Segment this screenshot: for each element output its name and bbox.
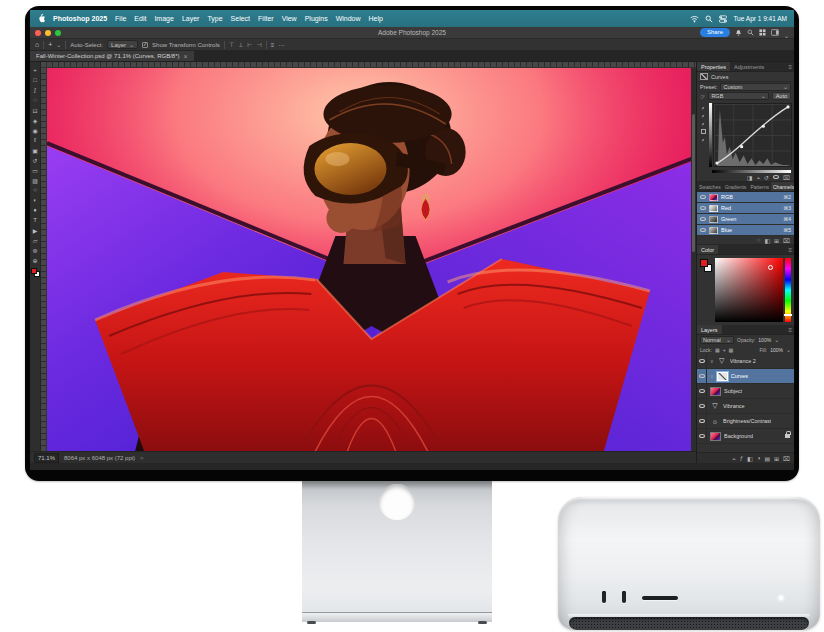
channel-dropdown[interactable]: RGB [708,92,768,100]
hue-cursor[interactable] [784,314,792,316]
spotlight-search-icon[interactable] [705,15,713,23]
eye-icon[interactable] [699,359,705,363]
reset-icon[interactable]: ↺ [764,174,769,181]
edit-points-icon[interactable] [701,129,706,134]
expand-caret-icon[interactable]: ∨ [710,373,714,379]
distribute-icon[interactable]: ≡ [271,42,275,48]
eye-icon[interactable] [699,419,705,423]
canvas-scrollbar[interactable] [691,68,696,451]
gray-point-eyedropper-icon[interactable] [701,113,706,118]
control-center-icon[interactable] [719,15,727,23]
menu-help[interactable]: Help [369,15,383,22]
spot-healing-tool[interactable]: ◉ [31,125,40,135]
panel-menu-icon[interactable]: ≡ [788,64,792,70]
close-document-icon[interactable]: × [183,53,187,60]
menu-window[interactable]: Window [336,15,361,22]
eye-icon[interactable] [699,434,705,438]
move-tool[interactable]: + [31,65,40,75]
tab-gradients[interactable]: Gradients [723,182,749,191]
saturation-square[interactable] [715,258,783,322]
blend-mode-dropdown[interactable]: Normal [700,336,734,344]
minimize-window-button[interactable] [45,30,51,36]
align-top-icon[interactable]: ⊤ [229,41,234,48]
align-left-icon[interactable]: ⊢ [247,41,252,48]
layer-group-icon[interactable]: ▤ [764,455,770,462]
channel-row-rgb[interactable]: RGB ⌘2 [697,192,794,202]
crop-tool[interactable]: ⊡ [31,105,40,115]
canvas[interactable] [47,68,696,451]
pen-tool[interactable]: ♦ [31,205,40,215]
gradient-tool[interactable]: ▨ [31,175,40,185]
layer-row-vibrance2[interactable]: ∨ ▽ Vibrance 2 [697,354,794,369]
layer-effects-icon[interactable]: ƒ [740,455,743,461]
tab-layers[interactable]: Layers [697,325,722,334]
eye-icon[interactable] [699,404,705,408]
type-tool[interactable]: T [31,215,40,225]
chevron-down-icon[interactable] [784,24,789,42]
channel-row-blue[interactable]: Blue ⌘5 [697,225,794,235]
color-swatches[interactable] [31,268,40,277]
show-transform-checkbox[interactable]: ✓ [142,42,148,48]
layer-row-brightness-contrast[interactable]: ☼ Brightness/Contrast [697,414,794,429]
apple-logo-icon[interactable] [37,14,46,24]
pencil-icon[interactable] [701,137,706,142]
curves-layer-thumbnail[interactable] [717,372,728,381]
tab-color[interactable]: Color [697,245,718,254]
history-brush-tool[interactable]: ↺ [31,155,40,165]
link-layers-icon[interactable]: ⌁ [732,455,736,462]
tab-swatches[interactable]: Swatches [697,182,723,191]
menu-type[interactable]: Type [207,15,222,22]
wifi-icon[interactable] [690,15,699,23]
tab-channels[interactable]: Channels [771,182,794,191]
layer-thumbnail[interactable] [710,387,721,396]
layer-thumbnail[interactable] [710,432,721,441]
layer-row-background[interactable]: Background [697,429,794,444]
move-tool-icon[interactable]: + [48,41,52,49]
curves-graph[interactable] [713,103,792,167]
black-point-eyedropper-icon[interactable] [701,105,706,110]
menu-file[interactable]: File [115,15,126,22]
zoom-tool[interactable]: ⊕ [31,255,40,265]
menu-clock[interactable]: Tue Apr 1 9:41 AM [733,15,787,22]
channel-row-green[interactable]: Green ⌘4 [697,214,794,224]
menu-filter[interactable]: Filter [258,15,274,22]
blur-tool[interactable]: ○ [31,185,40,195]
lock-transparency-icon[interactable]: ▦ [715,347,720,353]
menu-plugins[interactable]: Plugins [305,15,328,22]
hand-tool[interactable]: ⊛ [31,245,40,255]
preset-dropdown[interactable]: Custom [720,83,791,91]
align-right-icon[interactable]: ⊣ [257,41,262,48]
chevron-down-icon[interactable] [774,337,779,343]
zoom-level-field[interactable]: 71.1% [34,453,59,463]
curves-editor[interactable] [697,101,794,169]
foreground-color-swatch[interactable] [31,268,37,274]
workspace-grid-icon[interactable] [759,29,766,36]
load-selection-icon[interactable]: ◌ [757,237,761,243]
eyedropper-tool[interactable]: ◈ [31,115,40,125]
chevron-down-icon[interactable] [56,42,61,48]
panel-menu-icon[interactable]: ≡ [788,327,792,333]
hue-slider[interactable] [785,258,791,322]
shape-tool[interactable]: ▱ [31,235,40,245]
share-button[interactable]: Share [700,28,730,37]
clip-adjustment-icon[interactable]: ◨ [747,174,753,181]
marquee-tool[interactable]: □ [31,75,40,85]
lock-position-icon[interactable]: + [723,347,726,353]
auto-button[interactable]: Auto [772,92,791,100]
document-tab[interactable]: Fall-Winter-Collection.psd @ 71.1% (Curv… [30,51,194,61]
zoom-window-button[interactable] [55,30,61,36]
path-selection-tool[interactable]: ▶ [31,225,40,235]
layer-row-subject[interactable]: Subject [697,384,794,399]
white-point-eyedropper-icon[interactable] [701,121,706,126]
delete-channel-icon[interactable]: ⌧ [783,237,790,244]
tab-adjustments[interactable]: Adjustments [730,62,768,71]
clone-stamp-tool[interactable]: ▣ [31,145,40,155]
eye-icon[interactable] [699,389,705,393]
tab-patterns[interactable]: Patterns [748,182,771,191]
targeted-adjustment-icon[interactable]: ☞ [700,93,705,100]
menu-app-name[interactable]: Photoshop 2025 [53,15,107,22]
menu-select[interactable]: Select [231,15,250,22]
quick-selection-tool[interactable]: ◌ [31,95,40,105]
menu-view[interactable]: View [282,15,297,22]
save-selection-icon[interactable]: ◧ [764,237,770,244]
